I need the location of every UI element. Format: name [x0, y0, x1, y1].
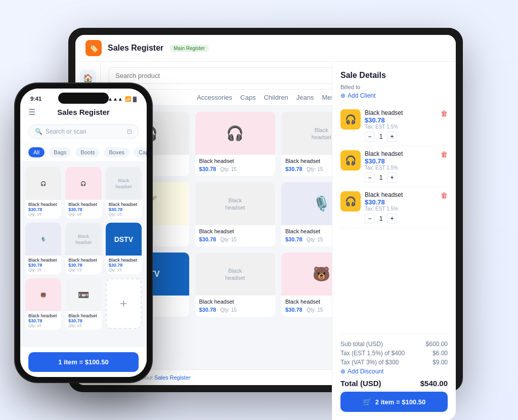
phone-product-8-img: 📼 — [65, 278, 101, 311]
phone-product-4-name: Black headset — [28, 258, 58, 263]
cat-children[interactable]: Children — [264, 94, 288, 101]
phone-product-1-price: $30.78 — [28, 207, 58, 212]
phone-product-3-info: Black headset $30.78 Qty: 15 — [106, 200, 142, 219]
phone-product-7[interactable]: 🐻 Black headset $30.78 Qty: 15 — [25, 278, 61, 330]
tablet-header: 🏷️ Sales Register Main Register — [75, 35, 456, 62]
tax2-label: Tax (VAT 3%) of $300 — [340, 359, 399, 366]
phone-product-5-img: Black headset — [65, 223, 101, 256]
phone-product-8[interactable]: 📼 Black headset $30.78 Qty: 15 — [65, 278, 101, 330]
phone-product-8-info: Black headset $30.78 Qty: 15 — [65, 311, 101, 330]
tax1-label: Tax (EST 1.5%) of $400 — [340, 350, 405, 357]
sale-item-2-img: 🎧 — [340, 150, 361, 171]
phone-product-4-img: 🎙️ — [25, 223, 61, 256]
subtotal-value: $600.00 — [426, 341, 448, 348]
sale-item-2-name: Black headset — [365, 150, 437, 157]
phone-menu-icon[interactable]: ☰ — [28, 107, 35, 117]
phone-product-7-qty: Qty: 15 — [28, 323, 58, 328]
sale-item-1-price: $30.78 — [365, 116, 437, 124]
phone-product-6-price: $30.78 — [109, 263, 139, 268]
sale-item-3-increase[interactable]: + — [387, 214, 397, 224]
sale-item-2-actions: − 1 + — [365, 173, 437, 183]
phone-product-4-price: $30.78 — [28, 263, 58, 268]
sale-details-title: Sale Details — [340, 71, 448, 80]
total-label: Total (USD) — [340, 379, 381, 385]
phone-search-placeholder: Search or scan — [46, 128, 87, 135]
cat-caps[interactable]: Caps — [240, 94, 255, 101]
phone-product-8-name: Black headset — [68, 313, 98, 318]
phone-product-6[interactable]: DSTV Black headset $30.78 Qty: 15 — [106, 223, 142, 274]
phone-checkout-area: 1 item = $100.50 — [20, 347, 147, 377]
sale-item-1-qty: 1 — [377, 133, 385, 140]
wifi-icon: 📶 — [125, 96, 131, 102]
phone-product-3[interactable]: Black headset Black headset $30.78 Qty: … — [106, 167, 142, 219]
sale-item-2-increase[interactable]: + — [387, 173, 397, 183]
sale-item-1-name: Black headset — [365, 109, 437, 116]
plus-icon: + — [120, 297, 127, 311]
phone-product-2-price: $30.78 — [68, 207, 98, 212]
sale-item-3-price: $30.78 — [365, 198, 437, 206]
sale-item-3: 🎧 Black headset $30.78 Tax: EST 1.5% − 1… — [340, 187, 448, 228]
phone-notch — [58, 93, 109, 104]
phone-cat-boots[interactable]: Boots — [75, 147, 100, 157]
cat-jeans[interactable]: Jeans — [296, 94, 314, 101]
phone-product-3-img: Black headset — [106, 167, 142, 200]
phone-cat-all[interactable]: All — [28, 147, 45, 157]
cat-accessories[interactable]: Accessories — [197, 94, 232, 101]
phone-device: 9:41 ▲▲▲ 📶 ▓ ☰ Sales Register 🔍 Search o… — [15, 83, 152, 382]
phone-search-icon: 🔍 — [35, 128, 42, 135]
phone-product-2[interactable]: 🎧 Black headset $30.78 Qty: 18 — [65, 167, 101, 219]
phone-title: Sales Register — [57, 108, 109, 116]
phone-product-5-name: Black headset — [68, 258, 98, 263]
phone-product-1[interactable]: 🎧 Black headset $30.78 Qty: 15 — [25, 167, 61, 219]
phone-header: ☰ Sales Register — [20, 104, 147, 120]
phone-product-1-img: 🎧 — [25, 167, 61, 200]
phone-product-1-info: Black headset $30.78 Qty: 15 — [25, 200, 61, 219]
sale-item-1-tax: Tax: EST 1.5% — [365, 124, 437, 130]
add-discount-button[interactable]: ⊕ Add Discount — [340, 368, 448, 375]
sale-item-3-decrease[interactable]: − — [365, 214, 375, 224]
phone-product-7-price: $30.78 — [28, 318, 58, 323]
sale-item-3-delete[interactable]: 🗑 — [441, 191, 448, 199]
phone-product-7-info: Black headset $30.78 Qty: 15 — [25, 311, 61, 330]
subtotal-label: Sub total (USD) — [340, 341, 383, 348]
phone-cat-boxes[interactable]: Boxes — [104, 147, 130, 157]
sale-item-1-info: Black headset $30.78 Tax: EST 1.5% − 1 + — [365, 109, 437, 142]
sale-item-1-increase[interactable]: + — [387, 132, 397, 142]
main-register-badge: Main Register — [169, 45, 209, 52]
phone-product-5-price: $30.78 — [68, 263, 98, 268]
phone-search-area: 🔍 Search or scan ⊡ — [20, 120, 147, 143]
tablet-product-6[interactable]: Black headset Black headset $30.78 Qty: … — [195, 182, 276, 246]
phone-add-product[interactable]: + — [106, 278, 142, 329]
tax1-row: Tax (EST 1.5%) of $400 $6.00 — [340, 350, 448, 357]
phone-cat-caps[interactable]: Caps — [134, 147, 147, 157]
sale-item-1-delete[interactable]: 🗑 — [441, 109, 448, 117]
phone-checkout-button[interactable]: 1 item = $100.50 — [28, 352, 139, 372]
tablet-product-10[interactable]: Black headset Black headset $30.78 Qty: … — [195, 253, 276, 317]
status-icons: ▲▲▲ 📶 ▓ — [108, 96, 137, 102]
tablet-title: Sales Register — [108, 44, 163, 53]
sale-item-2-decrease[interactable]: − — [365, 173, 375, 183]
tablet-product-2[interactable]: 🎧 Black headset $30.78 Qty: 15 — [195, 112, 276, 176]
phone-product-8-qty: Qty: 15 — [68, 323, 98, 328]
phone-product-2-name: Black headset — [68, 202, 98, 207]
sale-item-1-decrease[interactable]: − — [365, 132, 375, 142]
total-value: $540.00 — [420, 379, 448, 385]
phone-product-1-name: Black headset — [28, 202, 58, 207]
add-client-button[interactable]: ⊕ Add Client — [340, 92, 448, 99]
sales-register-link[interactable]: Sales Register — [154, 374, 191, 381]
sale-item-3-actions: − 1 + — [365, 214, 437, 224]
sale-item-1-img: 🎧 — [340, 109, 361, 130]
phone-product-2-qty: Qty: 18 — [68, 212, 98, 217]
phone-product-3-price: $30.78 — [109, 207, 139, 212]
sale-item-2-delete[interactable]: 🗑 — [441, 150, 448, 158]
phone-product-5[interactable]: Black headset Black headset $30.78 Qty: … — [65, 223, 101, 274]
sale-totals: Sub total (USD) $600.00 Tax (EST 1.5%) o… — [340, 334, 448, 385]
sale-item-2: 🎧 Black headset $30.78 Tax: EST 1.5% − 1… — [340, 146, 448, 187]
phone-product-6-img: DSTV — [106, 223, 142, 256]
phone-scan-icon[interactable]: ⊡ — [127, 128, 132, 135]
phone-cat-bags[interactable]: Bags — [49, 147, 71, 157]
phone-product-4[interactable]: 🎙️ Black headset $30.78 Qty: 15 — [25, 223, 61, 274]
tax2-value: $9.00 — [433, 359, 448, 366]
sale-item-1-actions: − 1 + — [365, 132, 437, 142]
phone-product-3-name: Black headset — [109, 202, 139, 207]
